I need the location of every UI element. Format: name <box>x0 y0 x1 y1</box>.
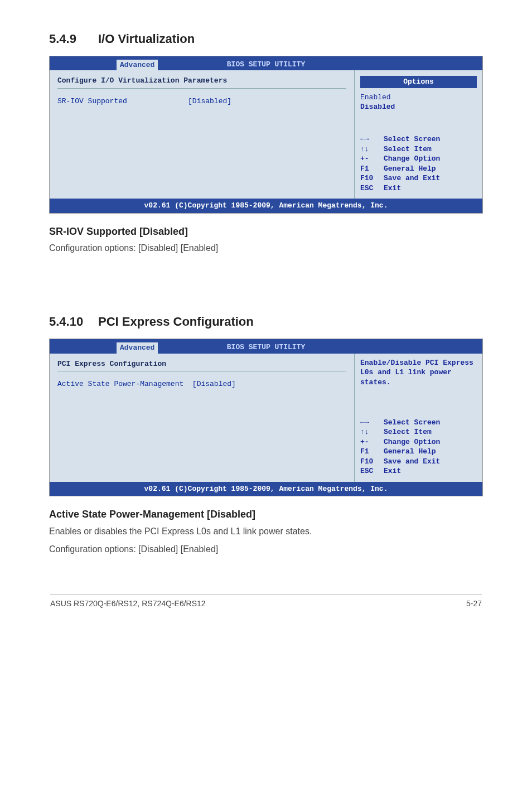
help-key-arrows-ud-icon: ↑↓ <box>360 427 379 437</box>
bios-titlebar: BIOS SETUP UTILITY Advanced <box>50 339 482 354</box>
help-text: Exit <box>384 466 401 476</box>
help-text: Select Screen <box>384 418 440 428</box>
bios-right-pane: Options Enabled Disabled ←→Select Screen… <box>354 70 482 199</box>
bios-setting-value[interactable]: [Disabled] <box>188 97 231 105</box>
bios-setting-row[interactable]: Active State Power-Management [Disabled] <box>57 379 346 389</box>
bios-setting-description: Enable/Disable PCI Express L0s and L1 li… <box>360 358 477 388</box>
bios-tab-advanced[interactable]: Advanced <box>117 60 158 71</box>
help-key-f10: F10 <box>360 457 379 467</box>
help-key-arrows-ud-icon: ↑↓ <box>360 144 379 154</box>
bios-setting-label: SR-IOV Supported <box>57 97 127 105</box>
help-text: Save and Exit <box>384 173 440 183</box>
bios-option-disabled[interactable]: Disabled <box>360 102 477 112</box>
bios-util-title: BIOS SETUP UTILITY <box>227 60 305 69</box>
help-text: Change Option <box>384 437 440 447</box>
help-text: Select Screen <box>384 134 440 144</box>
bios-panel-io-virtualization: BIOS SETUP UTILITY Advanced Configure I/… <box>49 56 483 214</box>
bios-panel-pci-express: BIOS SETUP UTILITY Advanced PCI Express … <box>49 339 483 496</box>
help-key-f1: F1 <box>360 164 379 174</box>
config-options-text: Configuration options: [Disabled] [Enabl… <box>49 242 483 254</box>
help-key-arrows-lr-icon: ←→ <box>360 418 379 428</box>
page-footer: ASUS RS720Q-E6/RS12, RS724Q-E6/RS12 5-27 <box>49 595 483 610</box>
bios-util-title: BIOS SETUP UTILITY <box>227 343 305 351</box>
section-heading-549: 5.4.9I/O Virtualization <box>49 31 483 48</box>
bios-panel-title: PCI Express Configuration <box>57 359 346 372</box>
bios-left-pane: PCI Express Configuration Active State P… <box>50 354 354 482</box>
section-number: 5.4.10 <box>49 313 98 331</box>
help-text: Exit <box>384 183 401 194</box>
bios-panel-title: Configure I/O Virtualization Parameters <box>57 76 346 89</box>
bios-tab-advanced[interactable]: Advanced <box>117 342 158 354</box>
help-key-arrows-lr-icon: ←→ <box>360 134 379 144</box>
help-key-plusminus: +- <box>360 437 379 447</box>
help-text: Select Item <box>384 144 432 154</box>
subheading-sriov: SR-IOV Supported [Disabled] <box>49 225 483 239</box>
bios-setting-value[interactable]: [Disabled] <box>192 380 236 388</box>
help-key-esc: ESC <box>360 466 379 476</box>
bios-help-block: ←→Select Screen ↑↓Select Item +-Change O… <box>360 418 477 476</box>
help-text: Save and Exit <box>384 457 440 467</box>
bios-help-block: ←→Select Screen ↑↓Select Item +-Change O… <box>360 134 477 193</box>
help-key-esc: ESC <box>360 183 379 194</box>
bios-footer: v02.61 (C)Copyright 1985-2009, American … <box>50 482 482 496</box>
footer-page-number: 5-27 <box>466 598 482 610</box>
help-text: General Help <box>384 164 436 174</box>
help-key-f10: F10 <box>360 173 379 183</box>
bios-setting-row[interactable]: SR-IOV Supported [Disabled] <box>57 96 346 107</box>
section-heading-5410: 5.4.10PCI Express Configuration <box>49 313 483 331</box>
section-number: 5.4.9 <box>49 31 98 48</box>
bios-left-pane: Configure I/O Virtualization Parameters … <box>50 70 354 199</box>
help-text: General Help <box>384 447 436 457</box>
bios-option-enabled[interactable]: Enabled <box>360 93 477 103</box>
bios-titlebar: BIOS SETUP UTILITY Advanced <box>50 56 482 71</box>
aspm-description: Enables or disables the PCI Express L0s … <box>49 525 483 538</box>
help-text: Change Option <box>384 154 440 164</box>
help-text: Select Item <box>384 427 432 437</box>
bios-options-header: Options <box>360 76 477 88</box>
bios-right-pane: Enable/Disable PCI Express L0s and L1 li… <box>354 354 482 482</box>
section-title: PCI Express Configuration <box>98 315 254 328</box>
section-title: I/O Virtualization <box>98 32 195 46</box>
subheading-aspm: Active State Power-Management [Disabled] <box>49 508 483 521</box>
bios-setting-label: Active State Power-Management <box>57 380 183 388</box>
config-options-text: Configuration options: [Disabled] [Enabl… <box>49 543 483 555</box>
help-key-f1: F1 <box>360 447 379 457</box>
bios-footer: v02.61 (C)Copyright 1985-2009, American … <box>50 199 482 213</box>
help-key-plusminus: +- <box>360 154 379 164</box>
footer-left: ASUS RS720Q-E6/RS12, RS724Q-E6/RS12 <box>50 598 206 610</box>
